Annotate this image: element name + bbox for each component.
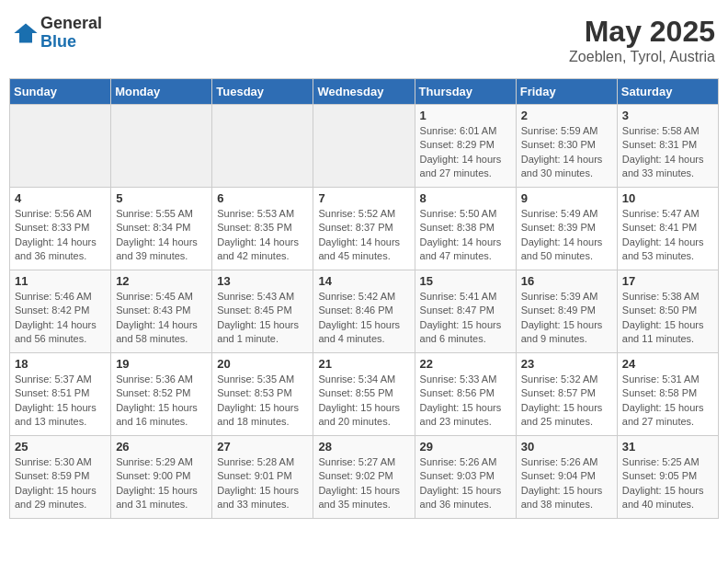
calendar-cell: 18Sunrise: 5:37 AM Sunset: 8:51 PM Dayli…	[10, 353, 111, 436]
calendar-cell: 29Sunrise: 5:26 AM Sunset: 9:03 PM Dayli…	[415, 436, 516, 519]
calendar-cell: 14Sunrise: 5:42 AM Sunset: 8:46 PM Dayli…	[313, 270, 415, 353]
calendar-cell: 17Sunrise: 5:38 AM Sunset: 8:50 PM Dayli…	[617, 270, 718, 353]
day-number: 11	[15, 274, 106, 288]
day-number: 15	[420, 274, 511, 288]
day-number: 3	[622, 109, 713, 122]
calendar-cell: 20Sunrise: 5:35 AM Sunset: 8:53 PM Dayli…	[212, 353, 313, 436]
day-number: 24	[622, 357, 713, 371]
day-number: 26	[116, 440, 207, 454]
day-info: Sunrise: 5:31 AM Sunset: 8:58 PM Dayligh…	[622, 373, 713, 430]
calendar-table: SundayMondayTuesdayWednesdayThursdayFrid…	[9, 78, 719, 519]
calendar-cell: 31Sunrise: 5:25 AM Sunset: 9:05 PM Dayli…	[617, 436, 718, 519]
day-info: Sunrise: 5:45 AM Sunset: 8:43 PM Dayligh…	[116, 290, 207, 347]
day-info: Sunrise: 5:59 AM Sunset: 8:30 PM Dayligh…	[521, 124, 612, 181]
calendar-cell: 11Sunrise: 5:46 AM Sunset: 8:42 PM Dayli…	[10, 270, 111, 353]
day-number: 13	[217, 274, 308, 288]
logo-icon	[13, 20, 39, 46]
calendar-cell: 21Sunrise: 5:34 AM Sunset: 8:55 PM Dayli…	[313, 353, 415, 436]
calendar-cell	[10, 105, 111, 188]
calendar-cell: 23Sunrise: 5:32 AM Sunset: 8:57 PM Dayli…	[516, 353, 617, 436]
day-info: Sunrise: 5:29 AM Sunset: 9:00 PM Dayligh…	[116, 455, 207, 512]
day-info: Sunrise: 5:38 AM Sunset: 8:50 PM Dayligh…	[622, 290, 713, 347]
page-header: General Blue May 2025 Zoeblen, Tyrol, Au…	[9, 9, 719, 71]
day-number: 21	[318, 357, 409, 371]
day-number: 30	[521, 440, 612, 454]
calendar-cell: 28Sunrise: 5:27 AM Sunset: 9:02 PM Dayli…	[313, 436, 415, 519]
month-year: May 2025	[569, 15, 715, 49]
day-info: Sunrise: 5:34 AM Sunset: 8:55 PM Dayligh…	[318, 373, 409, 430]
title-block: May 2025 Zoeblen, Tyrol, Austria	[569, 15, 715, 65]
day-info: Sunrise: 5:35 AM Sunset: 8:53 PM Dayligh…	[217, 373, 308, 430]
calendar-week-1: 1Sunrise: 6:01 AM Sunset: 8:29 PM Daylig…	[10, 105, 719, 188]
calendar-cell: 24Sunrise: 5:31 AM Sunset: 8:58 PM Dayli…	[617, 353, 718, 436]
logo-blue-text: Blue	[40, 33, 102, 52]
day-number: 22	[420, 357, 511, 371]
day-info: Sunrise: 5:56 AM Sunset: 8:33 PM Dayligh…	[15, 207, 106, 264]
day-number: 2	[521, 109, 612, 122]
calendar-cell: 7Sunrise: 5:52 AM Sunset: 8:37 PM Daylig…	[313, 188, 415, 270]
calendar-cell: 15Sunrise: 5:41 AM Sunset: 8:47 PM Dayli…	[415, 270, 516, 353]
calendar-cell: 26Sunrise: 5:29 AM Sunset: 9:00 PM Dayli…	[111, 436, 212, 519]
day-info: Sunrise: 5:50 AM Sunset: 8:38 PM Dayligh…	[420, 207, 511, 264]
day-info: Sunrise: 5:49 AM Sunset: 8:39 PM Dayligh…	[521, 207, 612, 264]
day-info: Sunrise: 5:55 AM Sunset: 8:34 PM Dayligh…	[116, 207, 207, 264]
day-info: Sunrise: 5:27 AM Sunset: 9:02 PM Dayligh…	[318, 455, 409, 512]
location: Zoeblen, Tyrol, Austria	[569, 49, 715, 65]
calendar-cell: 5Sunrise: 5:55 AM Sunset: 8:34 PM Daylig…	[111, 188, 212, 270]
day-number: 16	[521, 274, 612, 288]
day-number: 9	[521, 191, 612, 205]
day-info: Sunrise: 5:43 AM Sunset: 8:45 PM Dayligh…	[217, 290, 308, 347]
day-info: Sunrise: 5:58 AM Sunset: 8:31 PM Dayligh…	[622, 124, 713, 181]
day-number: 6	[217, 191, 308, 205]
day-number: 17	[622, 274, 713, 288]
header-day-sunday: Sunday	[10, 79, 111, 105]
day-info: Sunrise: 5:30 AM Sunset: 8:59 PM Dayligh…	[15, 455, 106, 512]
day-info: Sunrise: 5:39 AM Sunset: 8:49 PM Dayligh…	[521, 290, 612, 347]
calendar-cell: 9Sunrise: 5:49 AM Sunset: 8:39 PM Daylig…	[516, 188, 617, 270]
calendar-cell: 22Sunrise: 5:33 AM Sunset: 8:56 PM Dayli…	[415, 353, 516, 436]
logo: General Blue	[13, 15, 102, 52]
day-number: 1	[420, 109, 511, 122]
calendar-header: SundayMondayTuesdayWednesdayThursdayFrid…	[10, 79, 719, 105]
header-day-monday: Monday	[111, 79, 212, 105]
day-number: 5	[116, 191, 207, 205]
day-number: 4	[15, 191, 106, 205]
header-day-wednesday: Wednesday	[313, 79, 415, 105]
calendar-body: 1Sunrise: 6:01 AM Sunset: 8:29 PM Daylig…	[10, 105, 719, 519]
day-number: 10	[622, 191, 713, 205]
day-info: Sunrise: 5:28 AM Sunset: 9:01 PM Dayligh…	[217, 455, 308, 512]
header-day-tuesday: Tuesday	[212, 79, 313, 105]
calendar-cell: 10Sunrise: 5:47 AM Sunset: 8:41 PM Dayli…	[617, 188, 718, 270]
day-number: 31	[622, 440, 713, 454]
day-info: Sunrise: 5:26 AM Sunset: 9:04 PM Dayligh…	[521, 455, 612, 512]
calendar-week-2: 4Sunrise: 5:56 AM Sunset: 8:33 PM Daylig…	[10, 188, 719, 270]
calendar-cell: 13Sunrise: 5:43 AM Sunset: 8:45 PM Dayli…	[212, 270, 313, 353]
calendar-week-3: 11Sunrise: 5:46 AM Sunset: 8:42 PM Dayli…	[10, 270, 719, 353]
calendar-week-4: 18Sunrise: 5:37 AM Sunset: 8:51 PM Dayli…	[10, 353, 719, 436]
header-day-thursday: Thursday	[415, 79, 516, 105]
day-info: Sunrise: 5:52 AM Sunset: 8:37 PM Dayligh…	[318, 207, 409, 264]
day-info: Sunrise: 5:46 AM Sunset: 8:42 PM Dayligh…	[15, 290, 106, 347]
header-day-friday: Friday	[516, 79, 617, 105]
calendar-cell: 25Sunrise: 5:30 AM Sunset: 8:59 PM Dayli…	[10, 436, 111, 519]
day-info: Sunrise: 5:33 AM Sunset: 8:56 PM Dayligh…	[420, 373, 511, 430]
calendar-cell: 6Sunrise: 5:53 AM Sunset: 8:35 PM Daylig…	[212, 188, 313, 270]
calendar-cell	[212, 105, 313, 188]
day-info: Sunrise: 5:42 AM Sunset: 8:46 PM Dayligh…	[318, 290, 409, 347]
header-row: SundayMondayTuesdayWednesdayThursdayFrid…	[10, 79, 719, 105]
day-number: 20	[217, 357, 308, 371]
day-number: 23	[521, 357, 612, 371]
calendar-cell	[111, 105, 212, 188]
calendar-cell: 19Sunrise: 5:36 AM Sunset: 8:52 PM Dayli…	[111, 353, 212, 436]
calendar-cell: 4Sunrise: 5:56 AM Sunset: 8:33 PM Daylig…	[10, 188, 111, 270]
day-number: 7	[318, 191, 409, 205]
calendar-cell: 2Sunrise: 5:59 AM Sunset: 8:30 PM Daylig…	[516, 105, 617, 188]
svg-marker-0	[14, 23, 37, 42]
calendar-cell	[313, 105, 415, 188]
day-number: 19	[116, 357, 207, 371]
day-number: 27	[217, 440, 308, 454]
day-info: Sunrise: 5:36 AM Sunset: 8:52 PM Dayligh…	[116, 373, 207, 430]
header-day-saturday: Saturday	[617, 79, 718, 105]
calendar-cell: 30Sunrise: 5:26 AM Sunset: 9:04 PM Dayli…	[516, 436, 617, 519]
day-info: Sunrise: 5:53 AM Sunset: 8:35 PM Dayligh…	[217, 207, 308, 264]
